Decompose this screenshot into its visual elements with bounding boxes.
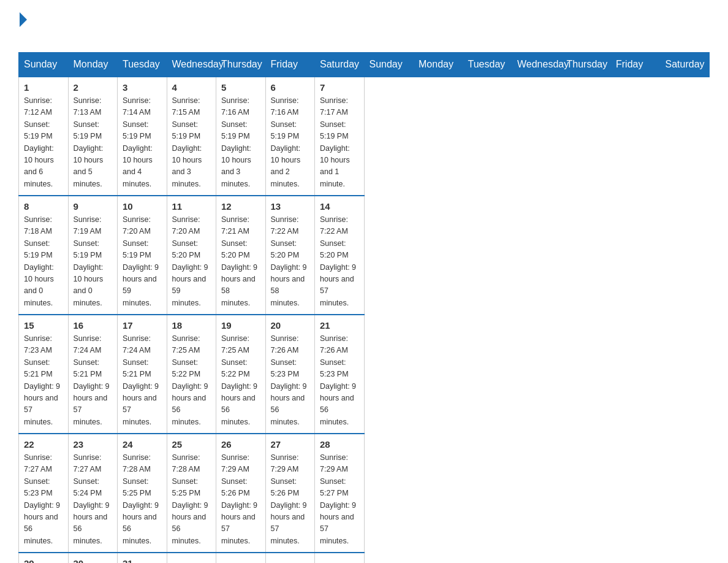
calendar-cell: 22Sunrise: 7:27 AMSunset: 5:23 PMDayligh… <box>19 434 69 553</box>
day-info: Sunrise: 7:22 AMSunset: 5:20 PMDaylight:… <box>271 214 310 309</box>
col-header-friday: Friday <box>265 53 315 77</box>
calendar-cell: 26Sunrise: 7:29 AMSunset: 5:26 PMDayligh… <box>216 434 266 553</box>
calendar-cell <box>216 553 266 563</box>
day-number: 3 <box>123 82 162 93</box>
calendar-cell: 2Sunrise: 7:13 AMSunset: 5:19 PMDaylight… <box>68 77 118 196</box>
calendar-week-4: 22Sunrise: 7:27 AMSunset: 5:23 PMDayligh… <box>19 434 710 553</box>
calendar-table: SundayMondayTuesdayWednesdayThursdayFrid… <box>18 52 710 563</box>
day-info: Sunrise: 7:18 AMSunset: 5:19 PMDaylight:… <box>24 214 63 309</box>
col-header-wednesday: Wednesday <box>167 53 216 77</box>
day-info: Sunrise: 7:19 AMSunset: 5:19 PMDaylight:… <box>74 214 113 309</box>
calendar-cell: 3Sunrise: 7:14 AMSunset: 5:19 PMDaylight… <box>118 77 167 196</box>
calendar-cell: 12Sunrise: 7:21 AMSunset: 5:20 PMDayligh… <box>216 196 266 315</box>
day-number: 25 <box>172 439 211 450</box>
col-header-sunday: Sunday <box>19 53 69 77</box>
calendar-cell: 9Sunrise: 7:19 AMSunset: 5:19 PMDaylight… <box>68 196 118 315</box>
calendar-cell: 18Sunrise: 7:25 AMSunset: 5:22 PMDayligh… <box>167 315 216 434</box>
day-number: 24 <box>123 439 162 450</box>
calendar-week-1: 1Sunrise: 7:12 AMSunset: 5:19 PMDaylight… <box>19 77 710 196</box>
day-number: 29 <box>24 558 63 563</box>
day-number: 26 <box>221 439 260 450</box>
calendar-cell: 7Sunrise: 7:17 AMSunset: 5:19 PMDaylight… <box>315 77 365 196</box>
calendar-cell: 10Sunrise: 7:20 AMSunset: 5:19 PMDayligh… <box>118 196 167 315</box>
day-info: Sunrise: 7:24 AMSunset: 5:21 PMDaylight:… <box>74 333 113 428</box>
day-number: 31 <box>123 558 162 563</box>
day-info: Sunrise: 7:17 AMSunset: 5:19 PMDaylight:… <box>320 95 359 190</box>
calendar-cell: 24Sunrise: 7:28 AMSunset: 5:25 PMDayligh… <box>118 434 167 553</box>
day-info: Sunrise: 7:25 AMSunset: 5:22 PMDaylight:… <box>172 333 211 428</box>
calendar-cell: 28Sunrise: 7:29 AMSunset: 5:27 PMDayligh… <box>315 434 365 553</box>
day-number: 4 <box>172 82 211 93</box>
calendar-cell: 6Sunrise: 7:16 AMSunset: 5:19 PMDaylight… <box>265 77 315 196</box>
day-info: Sunrise: 7:26 AMSunset: 5:23 PMDaylight:… <box>271 333 310 428</box>
day-info: Sunrise: 7:27 AMSunset: 5:24 PMDaylight:… <box>74 452 113 547</box>
day-number: 22 <box>24 439 63 450</box>
calendar-cell <box>167 553 216 563</box>
col-header-saturday: Saturday <box>660 53 710 77</box>
calendar-cell: 14Sunrise: 7:22 AMSunset: 5:20 PMDayligh… <box>315 196 365 315</box>
day-info: Sunrise: 7:16 AMSunset: 5:19 PMDaylight:… <box>271 95 310 190</box>
calendar-cell: 29Sunrise: 7:30 AMSunset: 5:28 PMDayligh… <box>19 553 69 563</box>
col-header-tuesday: Tuesday <box>463 53 512 77</box>
day-number: 14 <box>320 201 359 212</box>
day-number: 2 <box>74 82 113 93</box>
calendar-cell <box>315 553 365 563</box>
day-info: Sunrise: 7:28 AMSunset: 5:25 PMDaylight:… <box>123 452 162 547</box>
day-number: 27 <box>271 439 310 450</box>
day-number: 20 <box>271 320 310 331</box>
col-header-thursday: Thursday <box>216 53 266 77</box>
day-number: 11 <box>172 201 211 212</box>
day-number: 30 <box>74 558 113 563</box>
calendar-cell: 8Sunrise: 7:18 AMSunset: 5:19 PMDaylight… <box>19 196 69 315</box>
calendar-week-2: 8Sunrise: 7:18 AMSunset: 5:19 PMDaylight… <box>19 196 710 315</box>
calendar-header-row: SundayMondayTuesdayWednesdayThursdayFrid… <box>19 53 710 77</box>
day-number: 16 <box>74 320 113 331</box>
day-number: 1 <box>24 82 63 93</box>
page-header <box>18 12 710 40</box>
calendar-cell: 1Sunrise: 7:12 AMSunset: 5:19 PMDaylight… <box>19 77 69 196</box>
day-number: 6 <box>271 82 310 93</box>
logo <box>18 12 28 40</box>
col-header-sunday: Sunday <box>364 53 414 77</box>
day-number: 13 <box>271 201 310 212</box>
calendar-cell: 20Sunrise: 7:26 AMSunset: 5:23 PMDayligh… <box>265 315 315 434</box>
col-header-friday: Friday <box>611 53 661 77</box>
calendar-cell: 19Sunrise: 7:25 AMSunset: 5:22 PMDayligh… <box>216 315 266 434</box>
day-info: Sunrise: 7:20 AMSunset: 5:20 PMDaylight:… <box>172 214 211 309</box>
day-number: 17 <box>123 320 162 331</box>
day-number: 8 <box>24 201 63 212</box>
day-info: Sunrise: 7:28 AMSunset: 5:25 PMDaylight:… <box>172 452 211 547</box>
calendar-cell: 11Sunrise: 7:20 AMSunset: 5:20 PMDayligh… <box>167 196 216 315</box>
calendar-cell: 31Sunrise: 7:30 AMSunset: 5:29 PMDayligh… <box>118 553 167 563</box>
day-info: Sunrise: 7:13 AMSunset: 5:19 PMDaylight:… <box>74 95 113 190</box>
day-number: 21 <box>320 320 359 331</box>
day-number: 15 <box>24 320 63 331</box>
day-info: Sunrise: 7:22 AMSunset: 5:20 PMDaylight:… <box>320 214 359 309</box>
day-info: Sunrise: 7:29 AMSunset: 5:27 PMDaylight:… <box>320 452 359 547</box>
day-number: 9 <box>74 201 113 212</box>
day-number: 28 <box>320 439 359 450</box>
day-info: Sunrise: 7:26 AMSunset: 5:23 PMDaylight:… <box>320 333 359 428</box>
day-info: Sunrise: 7:15 AMSunset: 5:19 PMDaylight:… <box>172 95 211 190</box>
calendar-cell: 15Sunrise: 7:23 AMSunset: 5:21 PMDayligh… <box>19 315 69 434</box>
day-number: 5 <box>221 82 260 93</box>
col-header-thursday: Thursday <box>561 53 611 77</box>
day-number: 12 <box>221 201 260 212</box>
logo-arrow-icon <box>20 12 27 27</box>
day-info: Sunrise: 7:24 AMSunset: 5:21 PMDaylight:… <box>123 333 162 428</box>
calendar-cell: 4Sunrise: 7:15 AMSunset: 5:19 PMDaylight… <box>167 77 216 196</box>
day-info: Sunrise: 7:12 AMSunset: 5:19 PMDaylight:… <box>24 95 63 190</box>
calendar-cell: 30Sunrise: 7:30 AMSunset: 5:28 PMDayligh… <box>68 553 118 563</box>
calendar-cell: 16Sunrise: 7:24 AMSunset: 5:21 PMDayligh… <box>68 315 118 434</box>
col-header-wednesday: Wednesday <box>512 53 562 77</box>
day-info: Sunrise: 7:20 AMSunset: 5:19 PMDaylight:… <box>123 214 162 309</box>
calendar-week-3: 15Sunrise: 7:23 AMSunset: 5:21 PMDayligh… <box>19 315 710 434</box>
calendar-cell: 13Sunrise: 7:22 AMSunset: 5:20 PMDayligh… <box>265 196 315 315</box>
col-header-tuesday: Tuesday <box>118 53 167 77</box>
calendar-cell: 17Sunrise: 7:24 AMSunset: 5:21 PMDayligh… <box>118 315 167 434</box>
day-number: 7 <box>320 82 359 93</box>
day-info: Sunrise: 7:29 AMSunset: 5:26 PMDaylight:… <box>221 452 260 547</box>
day-info: Sunrise: 7:14 AMSunset: 5:19 PMDaylight:… <box>123 95 162 190</box>
calendar-cell: 27Sunrise: 7:29 AMSunset: 5:26 PMDayligh… <box>265 434 315 553</box>
col-header-monday: Monday <box>414 53 463 77</box>
